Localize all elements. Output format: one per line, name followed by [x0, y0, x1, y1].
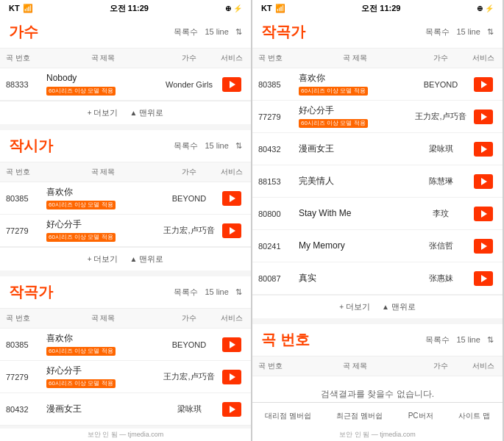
more-button[interactable]: + 더보기: [88, 107, 118, 118]
battery-icon: ⚡: [233, 4, 242, 12]
th-service: 서비스: [219, 312, 245, 325]
th-num: 곡 번호: [6, 165, 46, 179]
play-icon: [481, 243, 487, 250]
status-right-right: ⊕ ⚡: [477, 4, 494, 12]
th-artist: 가수: [411, 51, 470, 65]
song-num-meta: 목록수 15 line ⇅: [425, 334, 494, 345]
cell-title: 喜欢你 60시리즈 이상 모델 적용: [46, 333, 160, 356]
alarm-icon: ⊕: [225, 4, 231, 12]
play-icon: [230, 341, 235, 348]
th-title: 곡 제목: [299, 51, 411, 65]
composer-section-right: 작곡가 목록수 15 line ⇅ 곡 번호 곡 제목 가수 서비스 80385…: [252, 16, 503, 318]
more-button[interactable]: + 더보기: [88, 254, 118, 265]
play-button[interactable]: [222, 402, 241, 417]
th-artist: 가수: [160, 51, 219, 65]
lyricist-footer: + 더보기 ▲ 맨위로: [0, 247, 251, 270]
song-num-header: 곡 번호 목록수 15 line ⇅: [252, 324, 503, 356]
badge: 60시리즈 이상 모델 적용: [46, 233, 116, 242]
play-button[interactable]: [474, 239, 493, 254]
status-bar-left: KT 📶 오전 11:29 ⊕ ⚡: [0, 0, 251, 16]
th-num: 곡 번호: [6, 51, 46, 65]
th-artist: 가수: [411, 359, 470, 373]
battery-icon-right: ⚡: [485, 4, 494, 12]
top-button[interactable]: ▲ 맨위로: [129, 254, 163, 265]
cell-num: 80087: [258, 274, 299, 283]
play-button[interactable]: [474, 142, 493, 157]
table-row: 77279 好心分手 60시리즈 이상 모델 적용 王力宏,卢巧音: [0, 361, 251, 393]
th-service: 서비스: [219, 165, 245, 179]
nav-recent-membership[interactable]: 최근점 멤버쉽: [336, 411, 383, 421]
badge: 60시리즈 이상 모델 적용: [46, 201, 116, 209]
cell-artist: 李玟: [411, 208, 470, 219]
cell-title: 漫画女王: [299, 143, 411, 155]
status-left-right: KT 📶: [261, 4, 285, 13]
plus-icon: +: [88, 109, 92, 117]
lyricist-header: 작시가 목록수 15 line ⇅: [0, 130, 251, 162]
badge: 60시리즈 이상 모델 적용: [299, 87, 368, 96]
play-button[interactable]: [222, 191, 241, 206]
composer-right-title: 작곡가: [261, 22, 305, 42]
cell-artist: 张信哲: [411, 240, 470, 251]
play-icon: [230, 195, 235, 202]
cell-title: 真实: [299, 273, 411, 284]
play-button[interactable]: [222, 223, 241, 238]
up-icon: ▲: [382, 303, 389, 311]
nav-dealer-membership[interactable]: 대리점 멤버쉽: [265, 411, 311, 421]
th-num: 곡 번호: [258, 359, 299, 373]
watermark-left: 보안 인 됨 — tjmedia.com: [0, 429, 251, 441]
table-row: 88333 Nobody 60시리즈 이상 모델 적용 Wonder Girls: [0, 68, 251, 101]
song-num-section: 곡 번호 목록수 15 line ⇅ 곡 번호 곡 제목 가수 서비스 검색결과…: [252, 324, 503, 402]
plus-icon: +: [88, 255, 92, 263]
right-scroll[interactable]: 작곡가 목록수 15 line ⇅ 곡 번호 곡 제목 가수 서비스 80385…: [252, 16, 503, 402]
cell-title: 好心分手 60시리즈 이상 모델 적용: [299, 105, 411, 128]
play-icon: [481, 81, 487, 88]
table-row: 80385 喜欢你 60시리즈 이상 모델 적용 BEYOND: [0, 182, 251, 215]
play-button[interactable]: [222, 370, 241, 384]
nav-pc-version[interactable]: PC버저: [408, 411, 433, 421]
play-button[interactable]: [222, 77, 241, 92]
left-scroll[interactable]: 가수 목록수 15 line ⇅ 곡 번호 곡 제목 가수 서비스 88333 …: [0, 16, 251, 429]
top-button[interactable]: ▲ 맨위로: [382, 301, 416, 312]
table-row: 80385 喜欢你 60시리즈 이상 모델 적용 BEYOND: [252, 68, 503, 101]
table-row: 80241 My Memory 张信哲: [252, 230, 503, 262]
cell-num: 88153: [258, 177, 299, 186]
cell-title: 喜欢你 60시리즈 이상 모델 적용: [299, 73, 411, 96]
cell-title: Nobody 60시리즈 이상 모델 적용: [46, 73, 160, 96]
singer-meta: 목록수 15 line ⇅: [174, 26, 242, 37]
play-button[interactable]: [474, 271, 493, 286]
play-icon: [230, 81, 235, 88]
status-bar-right: KT 📶 오전 11:29 ⊕ ⚡: [252, 0, 503, 16]
time-right: 오전 11:29: [361, 3, 400, 14]
time-left: 오전 11:29: [110, 3, 149, 14]
play-button[interactable]: [474, 207, 493, 221]
top-button[interactable]: ▲ 맨위로: [129, 107, 163, 118]
play-button[interactable]: [222, 337, 241, 352]
cell-artist: BEYOND: [160, 194, 219, 203]
lyricist-meta: 목록수 15 line ⇅: [174, 140, 242, 151]
th-artist: 가수: [160, 165, 219, 179]
more-button[interactable]: + 더보기: [339, 301, 370, 312]
table-row: 80432 漫画女王 梁咏琪: [252, 133, 503, 165]
composer-right-footer: + 더보기 ▲ 맨위로: [252, 295, 503, 318]
composer-meta: 목록수 15 line ⇅: [174, 287, 242, 298]
play-button[interactable]: [474, 77, 493, 92]
nav-sitemap[interactable]: 사이트 맵: [458, 411, 490, 421]
play-button[interactable]: [474, 174, 493, 189]
th-num: 곡 번호: [6, 312, 46, 325]
cell-num: 80385: [258, 80, 299, 89]
cell-artist: BEYOND: [160, 340, 219, 349]
play-icon: [481, 210, 487, 218]
singer-table-header: 곡 번호 곡 제목 가수 서비스: [0, 49, 251, 68]
play-button[interactable]: [474, 110, 493, 124]
wifi-icon-right: 📶: [275, 4, 285, 13]
song-num-table-header: 곡 번호 곡 제목 가수 서비스: [252, 356, 503, 376]
cell-title: 好心分手 60시리즈 이상 모델 적용: [46, 219, 160, 242]
table-row: 88153 完美情人 陈慧琳: [252, 165, 503, 198]
th-service: 서비스: [219, 51, 245, 65]
play-icon: [481, 178, 487, 185]
play-icon: [481, 146, 487, 153]
cell-num: 77279: [6, 373, 46, 381]
no-result-message: 검색결과를 찾을수 없습니다.: [252, 376, 503, 402]
badge: 60시리즈 이상 모델 적용: [46, 87, 116, 96]
table-row: 80800 Stay With Me 李玟: [252, 198, 503, 230]
